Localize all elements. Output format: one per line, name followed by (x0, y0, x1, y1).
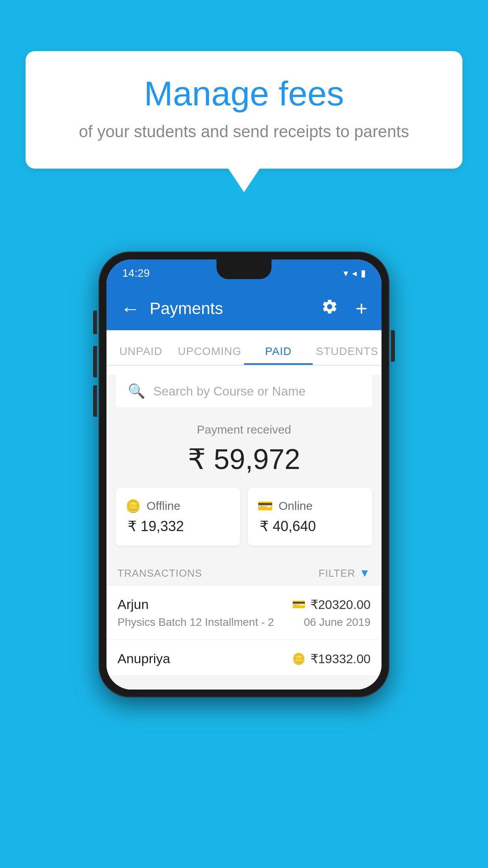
online-card-header: 💳 Online (257, 498, 363, 513)
transactions-label: TRANSACTIONS (117, 567, 202, 579)
payment-total-amount: ₹ 59,972 (106, 443, 382, 476)
wifi-icon: ▾ (343, 268, 348, 279)
tab-students[interactable]: STUDENTS (313, 345, 382, 365)
transaction-amount-wrap-2: 🪙 ₹19332.00 (292, 651, 371, 666)
add-button[interactable]: + (356, 297, 367, 320)
transaction-name-2: Anupriya (117, 651, 170, 666)
payment-received-section: Payment received ₹ 59,972 (106, 407, 382, 487)
card-payment-icon: 💳 (292, 598, 306, 611)
tab-paid[interactable]: PAID (244, 345, 313, 365)
phone-mute-button (93, 311, 97, 334)
search-input-placeholder[interactable]: Search by Course or Name (153, 384, 306, 399)
settings-icon[interactable] (321, 298, 338, 319)
offline-label: Offline (147, 499, 180, 513)
phone-screen: 14:29 ▾ ◂ ▮ ← Payments + (106, 259, 382, 690)
transaction-amount-wrap: 💳 ₹20320.00 (292, 597, 371, 612)
transaction-amount: ₹20320.00 (310, 597, 371, 612)
tabs-bar: UNPAID UPCOMING PAID STUDENTS (106, 330, 382, 366)
signal-icon: ◂ (352, 268, 357, 279)
content-area: 🔍 Search by Course or Name Payment recei… (106, 375, 382, 690)
online-payment-card: 💳 Online ₹ 40,640 (248, 487, 372, 546)
hero-title: Manage fees (57, 75, 431, 113)
phone-power-button (391, 330, 395, 362)
phone-outer-shell: 14:29 ▾ ◂ ▮ ← Payments + (99, 252, 389, 697)
speech-bubble-card: Manage fees of your students and send re… (26, 51, 462, 169)
back-button[interactable]: ← (121, 297, 140, 320)
speech-bubble-arrow (228, 169, 260, 192)
online-label: Online (279, 499, 313, 513)
filter-button[interactable]: FILTER ▼ (319, 567, 371, 579)
online-icon: 💳 (257, 498, 273, 513)
offline-icon: 🪙 (125, 498, 141, 513)
page-title: Payments (150, 299, 305, 318)
battery-icon: ▮ (361, 268, 366, 279)
tab-unpaid[interactable]: UNPAID (106, 345, 175, 365)
online-amount: ₹ 40,640 (257, 518, 363, 535)
offline-amount: ₹ 19,332 (125, 518, 231, 535)
search-icon: 🔍 (128, 383, 145, 399)
offline-payment-card: 🪙 Offline ₹ 19,332 (116, 487, 240, 546)
offline-card-header: 🪙 Offline (125, 498, 231, 513)
phone-notch (216, 259, 272, 279)
transaction-name: Arjun (117, 597, 149, 612)
app-bar: ← Payments + (106, 287, 382, 330)
status-time: 14:29 (122, 267, 150, 280)
status-icons: ▾ ◂ ▮ (343, 268, 366, 279)
transaction-row-2-top: Anupriya 🪙 ₹19332.00 (117, 651, 371, 666)
transaction-course: Physics Batch 12 Installment - 2 (117, 616, 274, 629)
phone-volume-down-button (93, 385, 97, 417)
transaction-date: 06 June 2019 (304, 616, 371, 629)
transaction-amount-2: ₹19332.00 (310, 651, 371, 666)
payment-received-label: Payment received (106, 423, 382, 436)
transaction-row[interactable]: Arjun 💳 ₹20320.00 Physics Batch 12 Insta… (106, 586, 382, 640)
transaction-row-bottom: Physics Batch 12 Installment - 2 06 June… (117, 616, 371, 629)
hero-subtitle: of your students and send receipts to pa… (57, 122, 431, 141)
transaction-row-top: Arjun 💳 ₹20320.00 (117, 597, 371, 612)
tab-upcoming[interactable]: UPCOMING (175, 345, 244, 365)
offline-payment-icon: 🪙 (292, 652, 306, 665)
phone-volume-up-button (93, 346, 97, 377)
transactions-header: TRANSACTIONS FILTER ▼ (106, 557, 382, 586)
payment-cards: 🪙 Offline ₹ 19,332 💳 Online ₹ 40,640 (106, 487, 382, 557)
hero-section: Manage fees of your students and send re… (26, 51, 462, 192)
filter-icon: ▼ (359, 567, 371, 579)
search-bar[interactable]: 🔍 Search by Course or Name (116, 375, 372, 407)
phone-mockup: 14:29 ▾ ◂ ▮ ← Payments + (99, 252, 389, 697)
transaction-row-partial[interactable]: Anupriya 🪙 ₹19332.00 (106, 640, 382, 675)
